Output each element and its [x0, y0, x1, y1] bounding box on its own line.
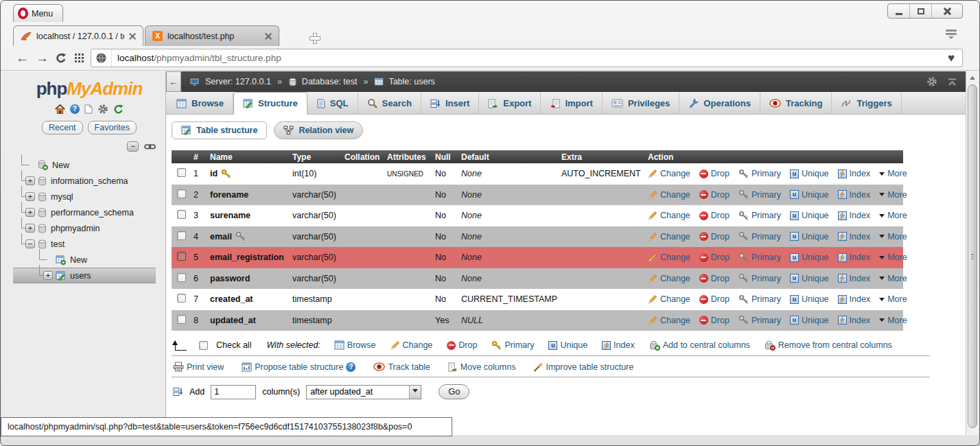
speed-dial-icon[interactable]	[75, 54, 77, 56]
row-action-link[interactable]: Index	[838, 169, 871, 178]
row-action-link[interactable]: Index	[838, 274, 871, 283]
tree-expander-icon[interactable]	[25, 192, 35, 201]
row-action-link[interactable]: u Unique	[790, 294, 829, 304]
close-button[interactable]	[932, 4, 962, 18]
bulk-action-link[interactable]: u Unique	[548, 340, 587, 350]
row-checkbox[interactable]	[177, 315, 186, 324]
bookmark-button[interactable]: ♥	[940, 49, 962, 67]
row-checkbox[interactable]	[177, 294, 186, 303]
row-action-link[interactable]: More	[879, 169, 907, 178]
row-action-link[interactable]: Index	[838, 211, 871, 220]
row-action-link[interactable]: Primary	[738, 169, 781, 179]
row-action-link[interactable]: Index	[838, 190, 871, 200]
row-action-link[interactable]: u Unique	[790, 253, 829, 262]
bulk-action-link[interactable]: Drop	[447, 340, 477, 350]
scrollbar-thumb[interactable]	[968, 84, 977, 428]
row-action-link[interactable]: Primary	[738, 273, 781, 283]
tab-close-icon[interactable]	[129, 33, 136, 40]
row-action-link[interactable]: More	[879, 316, 907, 325]
tree-item[interactable]: users	[13, 268, 156, 283]
row-action-link[interactable]: More	[879, 232, 907, 242]
address-bar[interactable]: localhost/phpmyadmin/tbl_structure.php ♥	[91, 49, 963, 67]
tab-list-button[interactable]	[942, 28, 960, 42]
bulk-action-link[interactable]: Browse	[334, 340, 376, 350]
address-url[interactable]: localhost/phpmyadmin/tbl_structure.php	[112, 53, 940, 63]
row-action-link[interactable]: Index	[838, 294, 871, 304]
breadcrumb-server[interactable]: Server: 127.0.0.1	[205, 77, 271, 86]
tree-expander-icon[interactable]	[25, 239, 35, 248]
settings-gear-icon[interactable]	[926, 76, 937, 87]
row-checkbox[interactable]	[177, 168, 186, 177]
nav-tab[interactable]: Browse	[167, 93, 233, 114]
tree-expander-icon[interactable]	[25, 224, 35, 233]
row-action-link[interactable]: Change	[648, 169, 690, 178]
bulk-action-link[interactable]: Add to central columns	[649, 340, 750, 351]
row-action-link[interactable]: Change	[648, 274, 690, 283]
tree-item[interactable]: New	[13, 252, 165, 268]
nav-tab[interactable]: Search	[358, 93, 421, 114]
refresh-icon[interactable]	[113, 104, 124, 115]
bulk-action-link[interactable]: Change	[390, 340, 433, 350]
check-all-checkbox[interactable]	[199, 341, 208, 350]
row-action-link[interactable]: u Unique	[790, 211, 829, 220]
nav-tab[interactable]: Triggers	[832, 93, 901, 114]
bulk-action-link[interactable]: Remove from central columns	[765, 340, 892, 351]
tab-close-icon[interactable]	[265, 33, 272, 40]
tool-link[interactable]: Improve table structure	[533, 362, 633, 372]
row-action-link[interactable]: Change	[648, 232, 690, 242]
tree-item[interactable]: mysql	[13, 189, 165, 204]
collapse-top-icon[interactable]	[947, 78, 957, 86]
row-action-link[interactable]: u Unique	[790, 232, 829, 242]
nav-tab[interactable]: Privileges	[603, 93, 679, 114]
row-action-link[interactable]: Drop	[699, 253, 730, 262]
bulk-action-link[interactable]: Index	[602, 340, 635, 350]
tool-link[interactable]: Print view	[173, 362, 224, 372]
nav-tab[interactable]: Import	[541, 93, 602, 114]
browser-tab[interactable]: localhost / 127.0.0.1 / test	[13, 25, 143, 46]
gear-icon[interactable]	[97, 104, 108, 115]
row-action-link[interactable]: Index	[838, 316, 871, 325]
row-action-link[interactable]: Primary	[738, 189, 781, 200]
back-button[interactable]: ←	[16, 51, 29, 64]
help-icon[interactable]: ?	[346, 362, 355, 372]
row-action-link[interactable]: Primary	[738, 253, 781, 263]
row-action-link[interactable]: Drop	[699, 211, 730, 220]
row-action-link[interactable]: Change	[648, 190, 690, 200]
tree-item[interactable]: phpmyadmin	[13, 220, 165, 236]
tool-link[interactable]: Move columns	[448, 362, 516, 372]
tool-link[interactable]: Track table	[373, 362, 430, 372]
nav-tab[interactable]: Structure	[233, 92, 307, 115]
column-count-input[interactable]	[211, 385, 256, 399]
row-action-link[interactable]: Drop	[699, 169, 730, 178]
breadcrumb-database[interactable]: Database: test	[302, 77, 358, 86]
row-checkbox[interactable]	[177, 231, 186, 240]
tree-expander-icon[interactable]	[25, 176, 35, 185]
tree-item[interactable]: New	[13, 157, 165, 173]
row-checkbox[interactable]	[177, 189, 186, 198]
row-action-link[interactable]: Change	[648, 316, 690, 325]
link-icon[interactable]	[144, 143, 156, 150]
row-action-link[interactable]: u Unique	[790, 169, 829, 178]
home-icon[interactable]	[55, 104, 65, 114]
row-action-link[interactable]: More	[879, 190, 907, 200]
row-action-link[interactable]: Change	[648, 211, 690, 220]
sidebar-collapse-button[interactable]: ←	[166, 71, 181, 92]
row-action-link[interactable]: Drop	[699, 190, 730, 200]
row-action-link[interactable]: Index	[838, 232, 871, 242]
row-checkbox[interactable]	[177, 273, 186, 282]
row-action-link[interactable]: More	[879, 274, 907, 283]
maximize-button[interactable]	[910, 4, 932, 18]
sidebar-quick-button[interactable]: Recent	[42, 121, 83, 134]
collapse-all-button[interactable]: −	[127, 141, 139, 152]
tree-expander-icon[interactable]	[25, 208, 35, 217]
tree-item[interactable]: test	[13, 236, 165, 252]
phpmyadmin-logo[interactable]: phpMyAdmin	[13, 78, 165, 99]
row-checkbox[interactable]	[177, 252, 186, 261]
tree-expander-icon[interactable]	[43, 271, 53, 280]
view-button[interactable]: Table structure	[172, 121, 267, 139]
vertical-scrollbar[interactable]	[966, 71, 979, 435]
row-action-link[interactable]: Drop	[699, 316, 730, 325]
row-action-link[interactable]: Primary	[738, 294, 781, 305]
row-action-link[interactable]: Change	[648, 253, 690, 262]
reload-button[interactable]	[56, 53, 67, 64]
